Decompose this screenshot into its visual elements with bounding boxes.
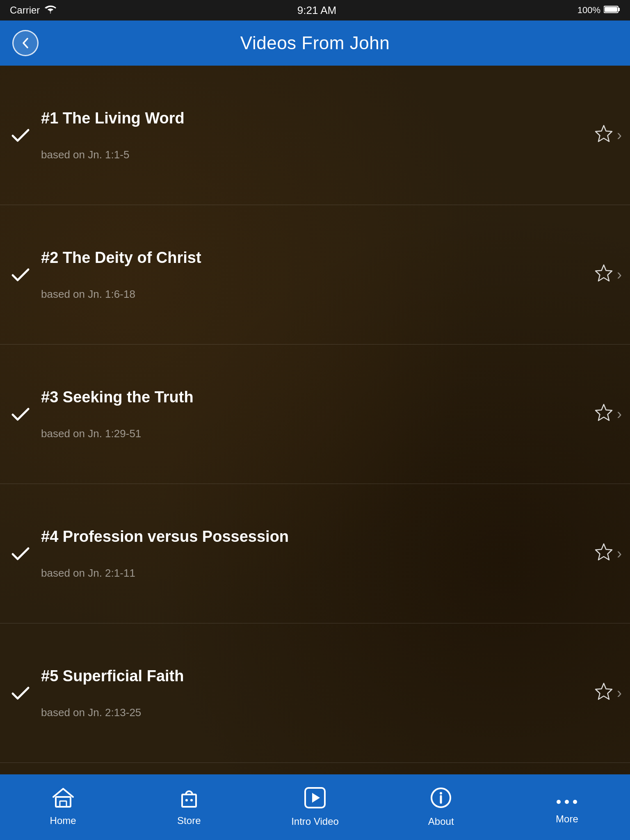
- svg-marker-6: [596, 544, 612, 560]
- chevron-icon-4: ›: [617, 545, 622, 562]
- item-subtitle-2: based on Jn. 1:6-18: [41, 288, 581, 301]
- svg-marker-3: [596, 126, 612, 142]
- battery-icon: [604, 5, 620, 16]
- more-icon: [556, 790, 578, 809]
- item-actions-5: ›: [581, 682, 630, 704]
- star-icon-5[interactable]: [595, 682, 613, 704]
- play-icon: [304, 787, 326, 812]
- item-actions-4: ›: [581, 543, 630, 565]
- svg-point-11: [185, 799, 188, 801]
- home-icon: [52, 788, 74, 811]
- checkmark-2: [0, 265, 41, 285]
- battery-percent: 100%: [578, 5, 600, 16]
- item-text-4: #4 Profession versus Possession based on…: [41, 519, 581, 588]
- tab-intro-video[interactable]: Intro Video: [252, 774, 378, 840]
- svg-point-19: [565, 800, 569, 804]
- svg-rect-2: [605, 7, 617, 12]
- item-title-3: #3 Seeking the Truth: [41, 388, 581, 407]
- item-title-4: #4 Profession versus Possession: [41, 527, 581, 546]
- chevron-icon-3: ›: [617, 406, 622, 423]
- tab-store-label: Store: [177, 815, 201, 826]
- video-item-1[interactable]: #1 The Living Word based on Jn. 1:1-5 ›: [0, 66, 630, 205]
- header: Videos From John: [0, 21, 630, 66]
- item-actions-3: ›: [581, 403, 630, 425]
- checkmark-5: [0, 683, 41, 703]
- tab-more-label: More: [556, 813, 578, 825]
- svg-rect-1: [618, 8, 620, 11]
- item-text-1: #1 The Living Word based on Jn. 1:1-5: [41, 101, 581, 169]
- chevron-icon-5: ›: [617, 685, 622, 702]
- back-button[interactable]: [12, 30, 39, 56]
- status-bar: Carrier 9:21 AM 100%: [0, 0, 630, 21]
- item-subtitle-3: based on Jn. 1:29-51: [41, 427, 581, 440]
- chevron-icon-2: ›: [617, 266, 622, 283]
- item-title-1: #1 The Living Word: [41, 109, 581, 128]
- checkmark-3: [0, 404, 41, 425]
- tab-store[interactable]: Store: [126, 774, 252, 840]
- store-icon: [179, 788, 199, 811]
- star-icon-1[interactable]: [595, 124, 613, 146]
- tab-intro-video-label: Intro Video: [291, 816, 339, 827]
- video-item-5[interactable]: #5 Superficial Faith based on Jn. 2:13-2…: [0, 623, 630, 763]
- star-icon-4[interactable]: [595, 543, 613, 565]
- carrier-label: Carrier: [10, 5, 40, 16]
- item-title-2: #2 The Deity of Christ: [41, 249, 581, 267]
- tab-about[interactable]: About: [378, 774, 504, 840]
- chevron-icon-1: ›: [617, 127, 622, 144]
- video-item-3[interactable]: #3 Seeking the Truth based on Jn. 1:29-5…: [0, 345, 630, 484]
- svg-marker-5: [596, 404, 612, 420]
- star-icon-3[interactable]: [595, 403, 613, 425]
- item-text-3: #3 Seeking the Truth based on Jn. 1:29-5…: [41, 380, 581, 448]
- item-actions-2: ›: [581, 264, 630, 286]
- status-left: Carrier: [10, 5, 56, 16]
- svg-rect-8: [56, 797, 71, 807]
- video-item-4[interactable]: #4 Profession versus Possession based on…: [0, 484, 630, 623]
- checkmark-1: [0, 125, 41, 146]
- video-list: #1 The Living Word based on Jn. 1:1-5 › …: [0, 66, 630, 774]
- checkmark-4: [0, 543, 41, 564]
- info-icon: [430, 787, 452, 812]
- svg-point-12: [190, 799, 193, 801]
- svg-rect-9: [60, 801, 66, 807]
- wifi-icon: [45, 5, 56, 16]
- item-title-5: #5 Superficial Faith: [41, 667, 581, 686]
- tab-more[interactable]: More: [504, 774, 630, 840]
- item-subtitle-5: based on Jn. 2:13-25: [41, 706, 581, 719]
- svg-marker-4: [596, 265, 612, 281]
- svg-point-18: [557, 800, 561, 804]
- tab-home[interactable]: Home: [0, 774, 126, 840]
- svg-point-17: [440, 792, 442, 794]
- item-actions-1: ›: [581, 124, 630, 146]
- tab-home-label: Home: [50, 815, 76, 826]
- star-icon-2[interactable]: [595, 264, 613, 286]
- svg-rect-10: [182, 794, 196, 807]
- tab-about-label: About: [428, 816, 454, 827]
- item-text-2: #2 The Deity of Christ based on Jn. 1:6-…: [41, 240, 581, 309]
- svg-marker-14: [312, 793, 320, 803]
- item-subtitle-1: based on Jn. 1:1-5: [41, 148, 581, 161]
- svg-marker-7: [596, 683, 612, 699]
- tab-bar: Home Store Intro Video: [0, 774, 630, 840]
- svg-point-20: [573, 800, 577, 804]
- item-text-5: #5 Superficial Faith based on Jn. 2:13-2…: [41, 659, 581, 727]
- status-right: 100%: [578, 5, 620, 16]
- item-subtitle-4: based on Jn. 2:1-11: [41, 567, 581, 580]
- page-title: Videos From John: [240, 33, 390, 53]
- status-time: 9:21 AM: [297, 4, 336, 17]
- video-item-2[interactable]: #2 The Deity of Christ based on Jn. 1:6-…: [0, 205, 630, 345]
